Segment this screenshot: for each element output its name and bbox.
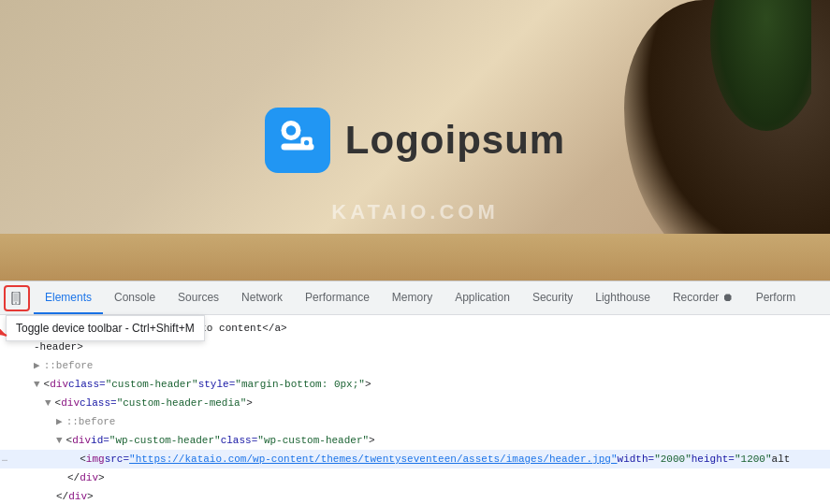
code-line-div-custom-header-media: ▼ <div class="custom-header-media" > [0, 394, 830, 412]
code-line-div-custom-header: ▼ <div class="custom-header" style="marg… [0, 375, 830, 394]
tab-elements[interactable]: Elements [34, 281, 103, 314]
device-toolbar-icon [10, 292, 23, 305]
code-line-close-div-2: </div> [0, 487, 830, 504]
svg-rect-0 [265, 108, 330, 173]
tab-memory[interactable]: Memory [381, 281, 444, 314]
code-line-wp-custom-header: ▼ <div id="wp-custom-header" class="wp-c… [0, 431, 830, 450]
devtools-toolbar: Elements Console Sources Network Perform… [0, 281, 830, 315]
logo-text: Logoipsum [345, 118, 565, 163]
devtools-code-panel: -text href="#content">Skip to content</a… [0, 315, 830, 504]
svg-point-2 [286, 125, 297, 136]
svg-point-5 [304, 140, 309, 145]
tab-lighthouse[interactable]: Lighthouse [584, 281, 662, 314]
code-line-close-div-1: </div> [0, 468, 830, 487]
code-line-before-2: ▶ ::before [0, 412, 830, 431]
tab-sources[interactable]: Sources [167, 281, 230, 314]
svg-rect-7 [14, 293, 19, 301]
device-toolbar-tooltip: Toggle device toolbar - Ctrl+Shift+M [6, 315, 205, 341]
tab-security[interactable]: Security [521, 281, 584, 314]
svg-point-8 [15, 302, 17, 304]
browser-background: Logoipsum KATAIO.COM [0, 0, 830, 281]
logo-container: Logoipsum [265, 108, 565, 173]
tab-performance[interactable]: Performance [294, 281, 381, 314]
tab-recorder[interactable]: Recorder ⏺ [662, 281, 745, 314]
devtools-panel: Elements Console Sources Network Perform… [0, 281, 830, 504]
table-surface [0, 234, 830, 281]
toggle-device-toolbar-button[interactable] [4, 285, 30, 311]
tab-perform[interactable]: Perform [745, 281, 808, 314]
tab-application[interactable]: Application [444, 281, 521, 314]
devtools-icons [0, 285, 34, 311]
code-line-before-1: ▶ ::before [0, 356, 830, 375]
watermark: KATAIO.COM [331, 200, 499, 224]
browser-viewport: Logoipsum KATAIO.COM [0, 0, 830, 281]
tab-console[interactable]: Console [103, 281, 167, 314]
code-line-img: … <img src="https://kataio.com/wp-conten… [0, 450, 830, 468]
devtools-tabs: Elements Console Sources Network Perform… [34, 281, 807, 314]
logo-icon [265, 108, 330, 173]
tab-network[interactable]: Network [230, 281, 294, 314]
